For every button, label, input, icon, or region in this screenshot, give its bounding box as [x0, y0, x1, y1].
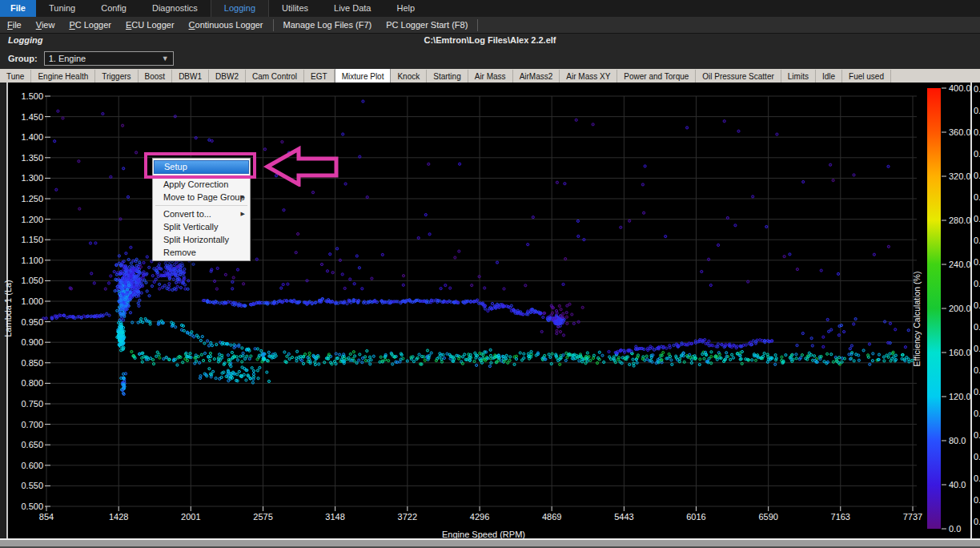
svg-text:Lambda 1 (La): Lambda 1 (La) [3, 280, 13, 337]
svg-text:6590: 6590 [758, 512, 777, 522]
svg-text:0.: 0. [974, 127, 980, 137]
mixture-plot-pane[interactable]: 0.5000.5500.6000.6500.7000.7500.8000.850… [0, 83, 980, 548]
toolbar-continuous-logger[interactable]: Continuous Logger [182, 17, 271, 33]
tab-starting[interactable]: Starting [427, 70, 468, 83]
svg-text:0.: 0. [974, 473, 980, 483]
tab-air-mass[interactable]: Air Mass [468, 70, 513, 83]
svg-text:0.: 0. [974, 365, 980, 375]
tab-power-and-torque[interactable]: Power and Torque [617, 70, 696, 83]
menu-utilites[interactable]: Utilites [269, 0, 321, 17]
svg-text:0.: 0. [974, 452, 980, 461]
tab-fuel-used[interactable]: Fuel used [842, 70, 891, 83]
menu-item-convert-to[interactable]: Convert to...▶ [153, 208, 250, 220]
svg-text:3722: 3722 [398, 512, 417, 522]
svg-text:320.0: 320.0 [949, 171, 971, 181]
svg-text:Engine Speed (RPM): Engine Speed (RPM) [442, 530, 525, 539]
svg-text:1.400: 1.400 [21, 132, 43, 142]
annotation-highlight-box [144, 152, 256, 179]
tab-dbw1[interactable]: DBW1 [172, 70, 209, 83]
svg-text:40.0: 40.0 [949, 480, 966, 490]
annotation-arrow-icon [261, 145, 341, 187]
tab-engine-health[interactable]: Engine Health [31, 70, 95, 83]
info-row: Logging C:\Emtron\Log Files\Alex 2.2.elf [0, 34, 980, 48]
svg-text:0.: 0. [974, 149, 980, 159]
svg-text:0.750: 0.750 [21, 399, 43, 409]
svg-text:0.: 0. [974, 387, 980, 397]
menu-item-split-vertically[interactable]: Split Vertically [153, 220, 250, 233]
svg-text:0.500: 0.500 [21, 502, 43, 511]
tab-egt[interactable]: EGT [304, 70, 335, 83]
svg-text:1.000: 1.000 [21, 296, 43, 306]
toolbar-separator-2 [477, 19, 478, 31]
svg-text:1.200: 1.200 [21, 215, 43, 224]
group-label: Group: [8, 54, 38, 63]
menu-item-split-horizontally[interactable]: Split Horizontally [153, 233, 250, 246]
toolbar-file[interactable]: File [0, 17, 29, 33]
svg-text:0.: 0. [974, 409, 980, 418]
tab-oil-pressure-scatter[interactable]: Oil Pressure Scatter [696, 70, 781, 83]
tab-airmass2[interactable]: AirMass2 [513, 70, 560, 83]
menu-config[interactable]: Config [88, 0, 139, 17]
tab-cam-control[interactable]: Cam Control [246, 70, 304, 83]
tab-air-mass-xy[interactable]: Air Mass XY [560, 70, 617, 83]
group-select-value: 1. Engine [49, 54, 86, 63]
svg-text:0.: 0. [974, 300, 980, 310]
tab-triggers[interactable]: Triggers [95, 70, 138, 83]
menu-separator [155, 205, 247, 206]
menu-tuning[interactable]: Tuning [36, 0, 88, 17]
svg-text:0.550: 0.550 [21, 481, 43, 490]
menu-diagnostics[interactable]: Diagnostics [139, 0, 211, 17]
toolbar-ecu-logger[interactable]: ECU Logger [118, 17, 182, 33]
submenu-arrow-icon: ▶ [241, 191, 245, 203]
tab-limits[interactable]: Limits [781, 70, 816, 83]
menu-live-data[interactable]: Live Data [321, 0, 384, 17]
svg-text:0.900: 0.900 [21, 337, 43, 347]
svg-text:0.650: 0.650 [21, 440, 43, 449]
toolbar-manage-log-files[interactable]: Manage Log Files (F7) [276, 17, 380, 33]
svg-text:854: 854 [39, 512, 54, 522]
svg-text:1.300: 1.300 [21, 173, 43, 183]
svg-text:0.: 0. [974, 344, 980, 353]
menu-item-remove[interactable]: Remove [153, 246, 250, 259]
tab-boost[interactable]: Boost [139, 70, 173, 83]
svg-text:1.500: 1.500 [21, 91, 43, 101]
svg-text:6016: 6016 [686, 512, 705, 522]
svg-text:1.050: 1.050 [21, 276, 43, 285]
submenu-arrow-icon: ▶ [241, 208, 245, 220]
svg-text:4296: 4296 [470, 512, 489, 522]
svg-text:Efficiency Calculation (%): Efficiency Calculation (%) [912, 272, 922, 367]
tab-tune[interactable]: Tune [0, 70, 31, 83]
logging-toolbar: File View PC Logger ECU Logger Continuou… [0, 17, 980, 34]
svg-text:0.950: 0.950 [21, 317, 43, 327]
tab-knock[interactable]: Knock [391, 70, 427, 83]
svg-text:0.700: 0.700 [21, 420, 43, 429]
svg-text:7163: 7163 [831, 512, 850, 522]
toolbar-view[interactable]: View [29, 17, 62, 33]
svg-text:0.: 0. [974, 517, 980, 526]
section-title: Logging [8, 35, 42, 45]
svg-text:0.: 0. [974, 279, 980, 288]
svg-text:0.600: 0.600 [21, 461, 43, 470]
svg-text:0.: 0. [974, 322, 980, 332]
tab-dbw2[interactable]: DBW2 [209, 70, 246, 83]
toolbar-pc-logger[interactable]: PC Logger [62, 17, 118, 33]
svg-text:80.0: 80.0 [949, 436, 966, 445]
menu-item-apply-correction[interactable]: Apply Correction [153, 178, 250, 191]
svg-text:0.: 0. [974, 236, 980, 245]
chevron-down-icon: ▼ [162, 54, 169, 62]
menu-item-move-to-page-group[interactable]: Move to Page Group▶ [153, 191, 250, 203]
group-select[interactable]: 1. Engine ▼ [44, 51, 174, 66]
tab-idle[interactable]: Idle [816, 70, 842, 83]
menu-help[interactable]: Help [384, 0, 428, 17]
menu-file[interactable]: File [0, 0, 36, 17]
svg-text:1.450: 1.450 [21, 112, 43, 122]
svg-text:2575: 2575 [253, 512, 272, 522]
svg-text:120.0: 120.0 [949, 392, 971, 401]
svg-text:0.: 0. [974, 192, 980, 202]
tab-mixture-plot[interactable]: Mixture Plot [335, 69, 392, 83]
svg-text:1428: 1428 [109, 512, 128, 522]
toolbar-pc-logger-start[interactable]: PC Logger Start (F8) [379, 17, 475, 33]
menu-logging[interactable]: Logging [211, 0, 269, 17]
svg-text:0.: 0. [974, 430, 980, 440]
svg-text:0.: 0. [974, 214, 980, 224]
